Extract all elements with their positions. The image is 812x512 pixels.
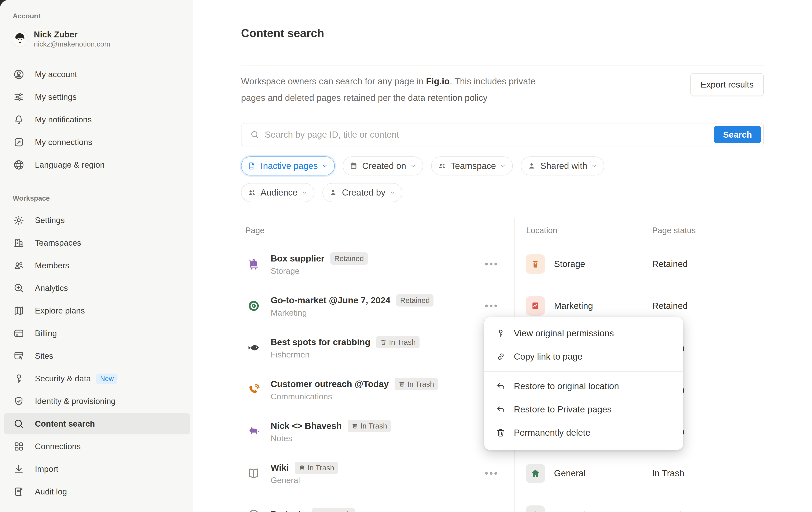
trash-icon <box>398 381 405 388</box>
row-actions-button[interactable] <box>483 302 499 309</box>
account-section-label: Account <box>13 12 193 20</box>
person-circle-icon <box>13 68 25 80</box>
chevron-down-icon <box>410 163 416 169</box>
filter-created-by[interactable]: Created by <box>322 183 402 202</box>
workspace-nav: Settings Teamspaces Members Analytics Ex… <box>0 210 193 502</box>
page-subtitle: Notes <box>271 434 391 443</box>
page-description: Workspace owners can search for any page… <box>241 73 535 106</box>
search-input[interactable] <box>264 129 763 140</box>
status-badge: In Trash <box>395 378 438 390</box>
sidebar-item-my-notifications[interactable]: My notifications <box>4 109 190 130</box>
chart-icon <box>530 300 541 311</box>
table-row: Projects In Trash General In Trash <box>241 494 764 512</box>
sidebar-item-my-account[interactable]: My account <box>4 64 190 85</box>
filter-audience[interactable]: Audience <box>241 183 314 202</box>
download-arrow-icon <box>13 463 25 475</box>
settings-sidebar: Account Nick Zuber nickz@makenotion.com … <box>0 0 193 512</box>
sidebar-item-security-data[interactable]: Security & data New <box>4 368 190 389</box>
sidebar-item-my-settings[interactable]: My settings <box>4 87 190 108</box>
gear-icon <box>13 214 25 226</box>
credit-card-icon <box>13 327 25 339</box>
chevron-down-icon <box>500 163 506 169</box>
sidebar-item-my-connections[interactable]: My connections <box>4 132 190 153</box>
trash-icon <box>380 339 387 345</box>
account-nav: My account My settings My notifications … <box>0 64 193 176</box>
page-subtitle: Communications <box>271 392 438 401</box>
chevron-down-icon <box>322 163 328 169</box>
sidebar-item-identity-provisioning[interactable]: Identity & provisioning <box>4 391 190 412</box>
scroll-icon <box>13 486 25 498</box>
link-icon <box>496 352 506 362</box>
status-badge: In Trash <box>376 336 419 349</box>
sidebar-item-sites[interactable]: Sites <box>4 345 190 367</box>
table-row: Wiki In Trash General General In Trash <box>241 452 764 494</box>
map-icon <box>13 305 25 317</box>
menu-item-copy-link-to-page[interactable]: Copy link to page <box>484 345 683 368</box>
magnifier-sparkle-icon <box>13 282 25 294</box>
trash-icon <box>496 428 506 438</box>
search-button[interactable]: Search <box>714 126 761 143</box>
menu-item-restore-to-original-location[interactable]: Restore to original location <box>484 374 683 398</box>
sidebar-item-teamspaces[interactable]: Teamspaces <box>4 232 190 253</box>
sidebar-item-members[interactable]: Members <box>4 255 190 276</box>
trash-icon <box>298 464 306 471</box>
export-results-button[interactable]: Export results <box>690 73 764 96</box>
horse-icon <box>247 424 261 439</box>
page-status: Retained <box>650 301 764 311</box>
page-title: Wiki <box>271 463 289 473</box>
row-actions-button[interactable] <box>483 261 499 268</box>
page-status: Retained <box>650 259 764 269</box>
workspace-section-label: Workspace <box>13 194 193 203</box>
page-title: Go-to-market @June 7, 2024 <box>271 295 390 305</box>
data-retention-policy-link[interactable]: data retention policy <box>408 93 487 103</box>
phone-icon <box>247 383 261 397</box>
page-status: In Trash <box>650 510 764 512</box>
luggage-cart-icon <box>247 257 261 271</box>
page-title: Box supplier <box>271 253 324 264</box>
filter-teamspace[interactable]: Teamspace <box>431 156 513 176</box>
sidebar-item-content-search[interactable]: Content search <box>4 413 190 434</box>
search-icon <box>250 130 260 140</box>
trash-icon <box>351 423 358 429</box>
table-row: Box supplier Retained Storage Storage Re… <box>241 243 764 285</box>
undo-arrow-icon <box>496 404 506 415</box>
workspace-name: Fig.io <box>426 76 450 86</box>
filter-inactive-pages[interactable]: Inactive pages <box>241 156 335 176</box>
page-subtitle: General <box>271 476 338 485</box>
page-subtitle: Storage <box>271 266 368 276</box>
menu-item-view-original-permissions[interactable]: View original permissions <box>484 322 683 345</box>
menu-item-restore-to-private-pages[interactable]: Restore to Private pages <box>484 398 683 421</box>
person-icon <box>329 188 338 197</box>
person-icon <box>527 161 536 170</box>
sidebar-item-explore-plans[interactable]: Explore plans <box>4 300 190 321</box>
account-summary: Nick Zuber nickz@makenotion.com <box>12 29 193 49</box>
column-header-page: Page <box>241 226 515 235</box>
row-actions-button[interactable] <box>483 470 499 477</box>
location-tile <box>526 506 545 512</box>
page-subtitle: Marketing <box>271 308 434 318</box>
account-email: nickz@makenotion.com <box>34 39 110 49</box>
sidebar-item-connections[interactable]: Connections <box>4 436 190 457</box>
filter-created-on[interactable]: Created on <box>343 156 423 176</box>
sidebar-item-settings[interactable]: Settings <box>4 210 190 231</box>
status-badge: In Trash <box>348 420 391 432</box>
row-context-menu: View original permissions Copy link to p… <box>484 317 683 450</box>
sidebar-item-import[interactable]: Import <box>4 458 190 480</box>
sidebar-item-analytics[interactable]: Analytics <box>4 277 190 299</box>
page-title: Nick <> Bhavesh <box>271 421 342 431</box>
filter-shared-with[interactable]: Shared with <box>521 156 604 176</box>
sidebar-item-audit-log[interactable]: Audit log <box>4 481 190 502</box>
location-label: Marketing <box>554 301 593 311</box>
sliders-icon <box>13 91 25 103</box>
table-header: Page Location Page status <box>241 218 764 243</box>
menu-item-permanently-delete[interactable]: Permanently delete <box>484 421 683 444</box>
sidebar-item-billing[interactable]: Billing <box>4 323 190 344</box>
location-label: Storage <box>554 259 585 269</box>
account-name: Nick Zuber <box>34 29 110 39</box>
page-subtitle: Fishermen <box>271 350 419 359</box>
building-icon <box>13 237 25 249</box>
location-tile <box>526 254 545 274</box>
target-icon <box>247 299 261 313</box>
spiral-icon <box>247 508 261 512</box>
sidebar-item-language-region[interactable]: Language & region <box>4 154 190 176</box>
